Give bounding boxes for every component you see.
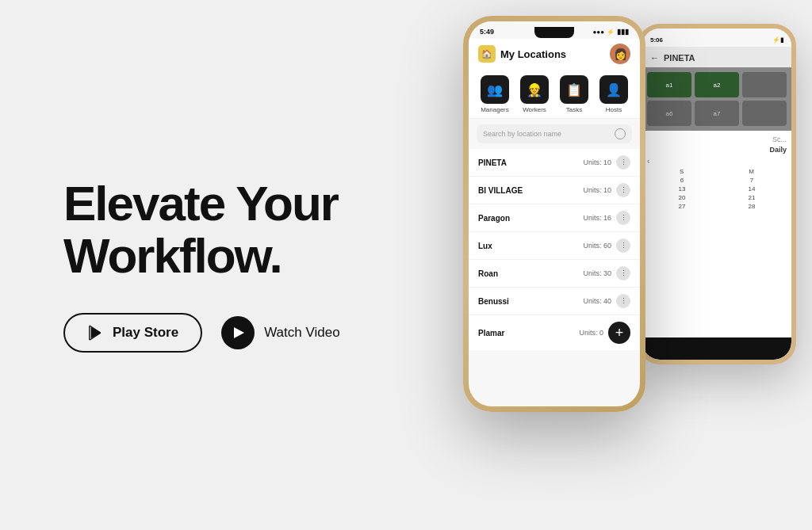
location-row-bivillage[interactable]: BI VILLAGE Units: 10 ⋮: [469, 177, 640, 204]
location-name-paragon: Paragon: [478, 214, 510, 223]
grid-cell-empty1: [742, 72, 787, 97]
play-store-button[interactable]: Play Store: [63, 313, 202, 353]
back-arrow-icon: ←: [650, 53, 659, 63]
app-logo-icon: 🏠: [478, 45, 496, 63]
back-status-icons: ⚡▮: [772, 36, 783, 44]
add-location-button[interactable]: +: [608, 322, 630, 344]
back-status-bar: 5:06 ⚡▮: [642, 29, 791, 47]
location-name-benussi: Benussi: [478, 297, 509, 306]
units-bivillage: Units: 10: [583, 186, 611, 194]
menu-paragon[interactable]: ⋮: [616, 211, 630, 225]
left-section: Elevate Your Workflow. Play Store Watch …: [0, 130, 447, 399]
watch-circle-icon: [221, 316, 255, 349]
managers-icon: 👥: [481, 75, 509, 104]
workers-icon-item[interactable]: 👷 Workers: [520, 75, 549, 113]
location-right-roan: Units: 30 ⋮: [583, 266, 630, 280]
location-name-lux: Lux: [478, 242, 492, 250]
watch-video-button[interactable]: Watch Video: [221, 316, 339, 349]
back-calendar: Sc... Daily ‹ SM 67 1314 2021 2728: [642, 131, 791, 216]
hosts-label: Hosts: [606, 106, 622, 113]
units-lux: Units: 60: [583, 242, 611, 250]
workers-icon: 👷: [520, 75, 549, 104]
play-triangle-icon: [234, 327, 244, 338]
search-placeholder: Search by location name: [483, 130, 611, 138]
watch-video-label: Watch Video: [264, 325, 339, 341]
hosts-icon-item[interactable]: 👤 Hosts: [599, 75, 628, 113]
grid-cell-a2: a2: [695, 72, 739, 97]
location-right-paragon: Units: 16 ⋮: [583, 211, 630, 225]
location-row-lux[interactable]: Lux Units: 60 ⋮: [469, 232, 640, 260]
back-bottom-bar: [642, 337, 791, 360]
location-name-roan: Roan: [478, 269, 498, 278]
phone-back-screen: 5:06 ⚡▮ ← PINETA a1 a2 a6 a7 Sc... Daily: [642, 29, 791, 360]
location-right-lux: Units: 60 ⋮: [583, 238, 630, 253]
grid-cell-a1: a1: [647, 72, 691, 97]
headline: Elevate Your Workflow.: [63, 177, 400, 280]
grid-cell-empty2: [742, 101, 787, 126]
play-store-icon: [87, 324, 105, 341]
back-status-time: 5:06: [650, 36, 663, 44]
location-right-plamar: Units: 0 +: [579, 322, 630, 344]
back-header: ← PINETA: [642, 47, 791, 67]
location-row-paragon[interactable]: Paragon Units: 16 ⋮: [469, 204, 640, 232]
hosts-icon: 👤: [599, 75, 628, 104]
back-daily-label: Daily: [647, 146, 787, 154]
menu-pineta[interactable]: ⋮: [616, 155, 630, 170]
location-right-benussi: Units: 40 ⋮: [583, 294, 630, 308]
back-grid: a1 a2 a6 a7: [642, 67, 791, 131]
search-icon: [615, 128, 626, 139]
app-title: My Locations: [500, 48, 566, 60]
back-header-title: PINETA: [664, 53, 695, 63]
front-status-icons: ●●● ⚡ ▮▮▮: [593, 28, 630, 36]
menu-roan[interactable]: ⋮: [616, 266, 630, 280]
location-row-roan[interactable]: Roan Units: 30 ⋮: [469, 260, 640, 288]
units-benussi: Units: 40: [583, 297, 611, 305]
phone-front-screen: 5:49 ●●● ⚡ ▮▮▮ 🏠 My Locations 👩 👥: [469, 21, 640, 406]
location-name-bivillage: BI VILLAGE: [478, 186, 523, 195]
user-avatar: 👩: [610, 44, 630, 64]
headline-line1: Elevate Your: [63, 177, 400, 229]
tasks-label: Tasks: [566, 106, 582, 113]
grid-cell-a6: a6: [647, 101, 691, 126]
phones-section: 5:06 ⚡▮ ← PINETA a1 a2 a6 a7 Sc... Daily: [447, 0, 812, 530]
tasks-icon-item[interactable]: 📋 Tasks: [560, 75, 588, 113]
app-header: 🏠 My Locations 👩: [469, 39, 640, 69]
managers-icon-item[interactable]: 👥 Managers: [481, 75, 509, 113]
menu-lux[interactable]: ⋮: [616, 238, 630, 253]
grid-cell-a7: a7: [695, 101, 739, 126]
location-row-benussi[interactable]: Benussi Units: 40 ⋮: [469, 288, 640, 315]
notch: [534, 27, 574, 38]
play-store-label: Play Store: [113, 325, 178, 341]
headline-line2: Workflow.: [63, 230, 400, 281]
tasks-icon: 📋: [560, 75, 588, 104]
front-status-time: 5:49: [480, 28, 494, 36]
location-right-pineta: Units: 10 ⋮: [583, 155, 630, 170]
location-right-bivillage: Units: 10 ⋮: [583, 183, 630, 197]
app-logo-title: 🏠 My Locations: [478, 45, 566, 63]
units-paragon: Units: 16: [583, 214, 611, 222]
search-bar[interactable]: Search by location name: [477, 124, 632, 143]
menu-bivillage[interactable]: ⋮: [616, 183, 630, 197]
managers-label: Managers: [481, 106, 509, 113]
workers-label: Workers: [523, 106, 546, 113]
back-schedule-label: Sc...: [647, 135, 787, 143]
location-row-pineta[interactable]: PINETA Units: 10 ⋮: [469, 149, 640, 177]
back-cal-days-header: SM 67 1314 2021 2728: [647, 168, 787, 210]
icon-grid: 👥 Managers 👷 Workers 📋 Tasks 👤 Hosts: [469, 69, 640, 119]
cta-buttons: Play Store Watch Video: [63, 313, 400, 353]
menu-benussi[interactable]: ⋮: [616, 294, 630, 308]
units-roan: Units: 30: [583, 269, 611, 277]
location-name-plamar: Plamar: [478, 329, 504, 337]
phone-front: 5:49 ●●● ⚡ ▮▮▮ 🏠 My Locations 👩 👥: [463, 16, 645, 412]
location-list: PINETA Units: 10 ⋮ BI VILLAGE Units: 10 …: [469, 149, 640, 350]
units-plamar: Units: 0: [579, 329, 603, 337]
location-row-plamar[interactable]: Plamar Units: 0 +: [469, 315, 640, 350]
back-cal-nav: ‹: [647, 157, 787, 166]
phone-back: 5:06 ⚡▮ ← PINETA a1 a2 a6 a7 Sc... Daily: [638, 24, 796, 364]
location-name-pineta: PINETA: [478, 158, 507, 167]
units-pineta: Units: 10: [583, 158, 611, 166]
